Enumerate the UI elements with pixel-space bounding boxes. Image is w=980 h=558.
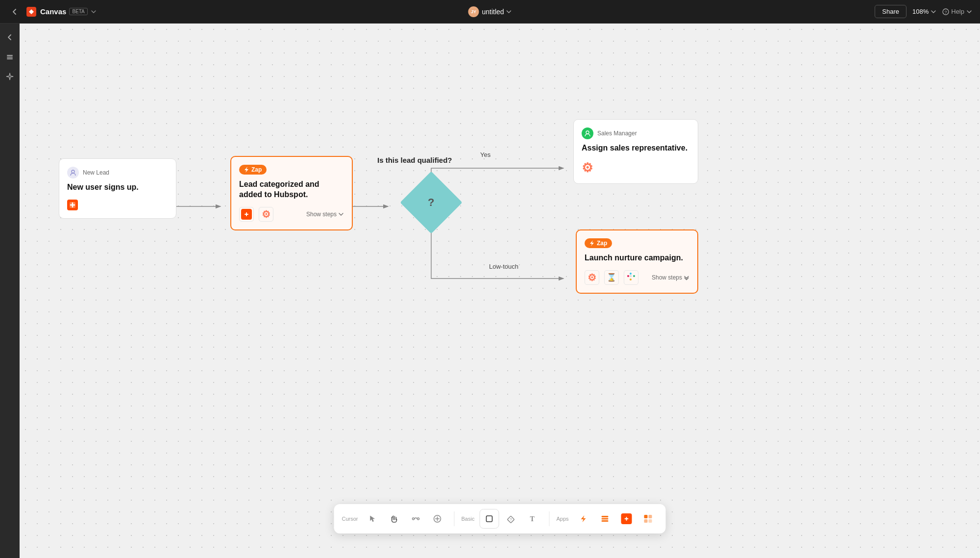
decision-question: Is this lead qualified? [377,156,452,164]
sidebar-sparkle-button[interactable] [2,69,18,84]
show-nurture-steps-label: Show steps [652,274,682,281]
show-steps-icon [338,211,344,217]
show-nurture-steps-button[interactable]: Show steps [652,274,689,281]
flow-arrows [20,24,980,558]
sales-manager-title: Assign sales representative. [582,143,690,153]
zap-app-tool[interactable] [574,509,593,529]
layers-icon [5,52,14,61]
svg-rect-13 [633,275,635,277]
connector-icon [412,514,420,523]
help-icon: ? [942,8,949,15]
svg-rect-28 [644,519,648,523]
text-tool[interactable]: T [522,509,542,529]
zap-hubspot-title: Lead categorized and added to Hubspot. [239,179,344,200]
basic-tools: ? T [479,509,542,529]
nurture-slack-icon-box [624,270,638,285]
hourglass-icon: ⌛ [607,273,616,282]
zap-nurture-badge-label: Zap [597,240,607,247]
show-steps-button[interactable]: Show steps [306,211,344,218]
svg-point-17 [417,518,419,520]
toolbar-divider-2 [549,511,549,526]
help-button[interactable]: ? Help [942,8,972,15]
zap-nurture-title: Launch nurture campaign. [585,253,689,263]
add-tool[interactable] [428,509,447,529]
svg-rect-29 [649,519,652,523]
steps-app-tool[interactable] [595,509,615,529]
zap-nurture-lightning-icon [589,240,594,246]
zoom-dropdown-icon [931,9,936,15]
canvas-logo-icon [25,6,37,18]
zap-badge: Zap [239,165,267,175]
svg-point-8 [72,170,74,173]
zap-badge-label: Zap [251,166,262,173]
zap-nurture-node[interactable]: Zap Launch nurture campaign. ⚙ ⌛ [576,229,698,294]
apps-label: Apps [556,516,568,522]
beta-badge: BETA [69,8,87,15]
slack-icon [627,272,636,283]
connector-tool[interactable] [406,509,426,529]
decision-diamond[interactable]: ? [399,171,463,234]
basic-label: Basic [462,516,475,522]
sparkle-icon [5,72,14,81]
nurture-hubspot-icon: ⚙ [588,272,596,283]
toolbar-divider-1 [454,511,455,526]
doc-dropdown-icon [506,9,512,15]
hand-icon [390,514,399,523]
svg-rect-4 [7,57,13,58]
svg-rect-23 [602,516,609,517]
text-icon: T [528,514,537,523]
doc-title-text: untitled [482,8,504,16]
canvas-area[interactable]: Yes Low-touch Is this lead qualified? ? … [20,24,980,558]
pointer-tool[interactable] [363,509,383,529]
back-button[interactable] [8,5,22,19]
svg-rect-27 [649,515,652,518]
rectangle-icon [485,514,493,523]
sidebar-back-button[interactable] [2,29,18,45]
svg-rect-25 [602,520,609,522]
sales-manager-node[interactable]: Sales Manager Assign sales representativ… [573,119,698,184]
svg-rect-15 [630,275,632,277]
zapier-box-tool[interactable] [617,509,637,529]
diamond-tool[interactable]: ? [501,509,520,529]
cursor-label: Cursor [342,516,358,522]
rectangle-tool[interactable] [479,509,499,529]
sidebar [0,24,20,558]
zoom-control[interactable]: 108% [912,8,936,15]
new-lead-app-icon [67,200,168,210]
new-lead-node[interactable]: New Lead New user signs up. [59,158,176,219]
doc-title[interactable]: untitled [482,8,512,16]
zap-nurture-icons-row: ⚙ ⌛ Show steps [585,270,689,285]
sales-manager-header: Sales Manager [582,127,690,139]
zoom-level: 108% [912,8,929,15]
svg-rect-26 [644,515,648,518]
multi-app-icon [643,514,653,524]
svg-text:?: ? [945,10,947,15]
svg-rect-24 [602,518,609,520]
app-dropdown-icon[interactable] [91,9,97,15]
svg-rect-11 [627,275,629,277]
steps-app-icon [601,514,610,523]
zap-hubspot-node[interactable]: Zap Lead categorized and added to Hubspo… [230,156,353,230]
zapier-app-icon-box [239,207,254,222]
topbar: Canvas BETA JY untitled Share 108% ? Hel… [0,0,980,24]
sidebar-layers-button[interactable] [2,49,18,65]
topbar-center: JY untitled [468,6,512,17]
hubspot-icon: ⚙ [262,208,270,220]
svg-rect-12 [630,273,632,275]
share-button[interactable]: Share [875,5,906,18]
add-icon [433,514,442,523]
hubspot-icon-2: ⚙ [582,160,593,175]
cursor-tools [363,509,447,529]
zap-hubspot-icons-row: ⚙ Show steps [239,207,344,222]
new-lead-title: New user signs up. [67,182,168,193]
multi-app-tool[interactable] [638,509,658,529]
hand-tool[interactable] [385,509,404,529]
show-steps-label: Show steps [306,211,337,218]
help-dropdown-icon [966,9,972,15]
zap-app-icon [579,514,588,523]
user-avatar: JY [468,6,479,17]
new-lead-user-icon [67,167,79,178]
zap-nurture-badge: Zap [585,238,612,248]
svg-text:T: T [530,515,535,523]
svg-text:?: ? [510,517,512,522]
